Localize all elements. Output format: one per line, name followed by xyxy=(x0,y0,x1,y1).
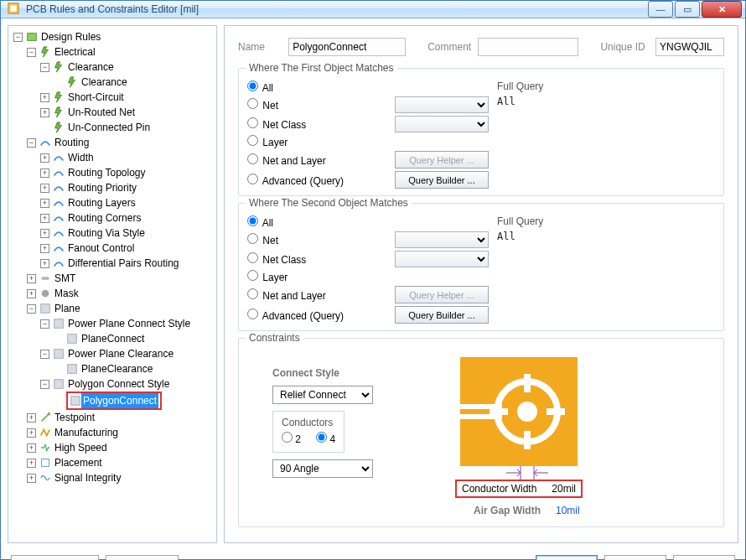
tree-pp-clearance[interactable]: −Power Plane Clearance xyxy=(39,346,215,361)
conductors-box: Conductors 2 4 xyxy=(272,411,345,453)
tree-manufacturing[interactable]: +Manufacturing xyxy=(25,425,215,440)
conductors-2[interactable]: 2 xyxy=(282,432,301,445)
tree-routing-via-style[interactable]: +Routing Via Style xyxy=(39,226,215,241)
rule-wizard-button[interactable]: Rule Wizard... xyxy=(11,555,99,560)
tree-routing-layers[interactable]: +Routing Layers xyxy=(39,195,215,210)
thermal-relief-preview xyxy=(460,357,578,466)
air-gap-value[interactable]: 10mil xyxy=(556,505,598,516)
svg-rect-19 xyxy=(524,374,531,392)
m2-netclass-dd[interactable] xyxy=(395,251,489,267)
svg-point-4 xyxy=(42,290,49,298)
svg-rect-13 xyxy=(42,459,49,467)
tree-routing-corners[interactable]: +Routing Corners xyxy=(39,210,215,226)
m2-netlayer[interactable]: Net and Layer xyxy=(247,288,326,302)
m2-advanced[interactable]: Advanced (Query) xyxy=(247,309,344,322)
tree-routing-priority[interactable]: +Routing Priority xyxy=(39,180,215,195)
tree-polygon-connect-style[interactable]: −Polygon Connect Style xyxy=(39,376,215,391)
tree-design-rules[interactable]: −Design Rules xyxy=(12,29,215,44)
comment-label: Comment xyxy=(427,41,473,53)
tree-unconnected-pin[interactable]: Un-Connected Pin xyxy=(39,120,215,135)
svg-rect-1 xyxy=(11,6,17,12)
conductor-width-label: Conductor Width xyxy=(462,483,536,495)
tree-clearance[interactable]: Clearance xyxy=(52,75,215,90)
minimize-button[interactable]: — xyxy=(648,1,673,18)
m2-full-query-label: Full Query xyxy=(497,215,715,227)
width-arrows-icon xyxy=(460,466,578,480)
m2-layer[interactable]: Layer xyxy=(247,270,288,283)
svg-rect-10 xyxy=(54,380,64,389)
tree-unrouted-net[interactable]: +Un-Routed Net xyxy=(39,105,215,120)
tree-diff-pairs[interactable]: +Differential Pairs Routing xyxy=(39,256,215,271)
cancel-button[interactable]: Cancel xyxy=(604,555,666,560)
m1-layer[interactable]: Layer xyxy=(247,135,288,148)
air-gap-label: Air Gap Width xyxy=(440,505,541,516)
titlebar: PCB Rules and Constraints Editor [mil] —… xyxy=(1,1,745,18)
tree-polygon-connect[interactable]: PolygonConnect xyxy=(52,391,215,410)
tree-smt[interactable]: +SMT xyxy=(25,271,215,286)
tree-mask[interactable]: +Mask xyxy=(25,286,215,301)
tree-plane-clearance[interactable]: PlaneClearance xyxy=(52,361,215,376)
tree-routing[interactable]: −Routing xyxy=(25,135,215,150)
tree-clearance-group[interactable]: −Clearance xyxy=(39,60,215,75)
rules-tree[interactable]: −Design Rules −Electrical −Clearance Cle… xyxy=(10,29,215,485)
tree-plane-connect[interactable]: PlaneConnect xyxy=(52,331,215,346)
m2-net[interactable]: Net xyxy=(247,233,278,246)
m1-netclass[interactable]: Net Class xyxy=(247,117,306,131)
tree-pp-connect-style[interactable]: −Power Plane Connect Style xyxy=(39,316,215,331)
tree-short-circuit[interactable]: +Short-Circuit xyxy=(39,90,215,105)
m2-query-helper-button[interactable]: Query Helper ... xyxy=(395,286,489,303)
name-label: Name xyxy=(238,41,283,53)
uid-input[interactable] xyxy=(655,38,724,56)
m1-full-query: All xyxy=(497,96,715,154)
m2-all[interactable]: All xyxy=(247,215,273,229)
tree-width[interactable]: +Width xyxy=(39,150,215,165)
rules-tree-panel: −Design Rules −Electrical −Clearance Cle… xyxy=(8,25,217,543)
tree-fanout-control[interactable]: +Fanout Control xyxy=(39,241,215,256)
constraints-group: Constraints Connect Style Relief Connect… xyxy=(238,338,724,527)
rule-editor-panel: Name Comment Unique ID Where The First O… xyxy=(224,25,738,543)
connect-style-select[interactable]: Relief Connect xyxy=(272,386,373,404)
m2-net-dd[interactable] xyxy=(395,231,489,248)
maximize-button[interactable]: ▭ xyxy=(675,1,700,18)
tree-placement[interactable]: +Placement xyxy=(25,455,215,470)
tree-electrical[interactable]: −Electrical xyxy=(25,44,215,60)
close-button[interactable]: ✕ xyxy=(702,1,742,18)
m1-net[interactable]: Net xyxy=(247,98,278,111)
m1-query-helper-button[interactable]: Query Helper ... xyxy=(395,151,489,169)
tree-plane[interactable]: −Plane xyxy=(25,301,215,316)
svg-rect-5 xyxy=(41,304,50,314)
tree-testpoint[interactable]: +Testpoint xyxy=(25,410,215,425)
m2-netclass[interactable]: Net Class xyxy=(247,252,306,266)
first-match-legend: Where The First Object Matches xyxy=(246,62,397,74)
svg-rect-11 xyxy=(71,397,80,406)
comment-input[interactable] xyxy=(478,38,578,56)
apply-button[interactable]: Apply xyxy=(673,555,735,560)
conductor-width-value[interactable]: 20mil xyxy=(552,483,576,495)
tree-signal-integrity[interactable]: +Signal Integrity xyxy=(25,470,215,485)
m1-query-builder-button[interactable]: Query Builder ... xyxy=(395,171,489,189)
svg-point-18 xyxy=(517,402,537,422)
m1-netclass-dd[interactable] xyxy=(395,116,489,132)
svg-rect-20 xyxy=(524,431,531,449)
svg-rect-3 xyxy=(42,277,49,280)
tree-high-speed[interactable]: +High Speed xyxy=(25,440,215,455)
m2-query-builder-button[interactable]: Query Builder ... xyxy=(395,306,489,324)
connect-style-label: Connect Style xyxy=(272,367,339,379)
name-input[interactable] xyxy=(288,38,406,56)
conductors-4[interactable]: 4 xyxy=(316,432,335,445)
priorities-button[interactable]: Priorities... xyxy=(106,555,179,560)
svg-rect-8 xyxy=(54,350,64,359)
m2-full-query: All xyxy=(497,231,715,289)
ok-button[interactable]: OK xyxy=(536,555,598,560)
m1-net-dd[interactable] xyxy=(395,96,489,113)
tree-routing-topology[interactable]: +Routing Topology xyxy=(39,165,215,180)
m1-advanced[interactable]: Advanced (Query) xyxy=(247,174,344,187)
m1-all[interactable]: All xyxy=(247,80,273,94)
conductor-width-row: Conductor Width 20mil xyxy=(455,480,583,498)
second-match-group: Where The Second Object Matches All Net … xyxy=(238,203,724,331)
first-match-group: Where The First Object Matches All Net N… xyxy=(238,68,724,196)
m1-netlayer[interactable]: Net and Layer xyxy=(247,153,326,167)
conductors-label: Conductors xyxy=(282,417,335,428)
angle-select[interactable]: 90 Angle xyxy=(272,459,373,478)
uid-label: Unique ID xyxy=(600,41,650,53)
